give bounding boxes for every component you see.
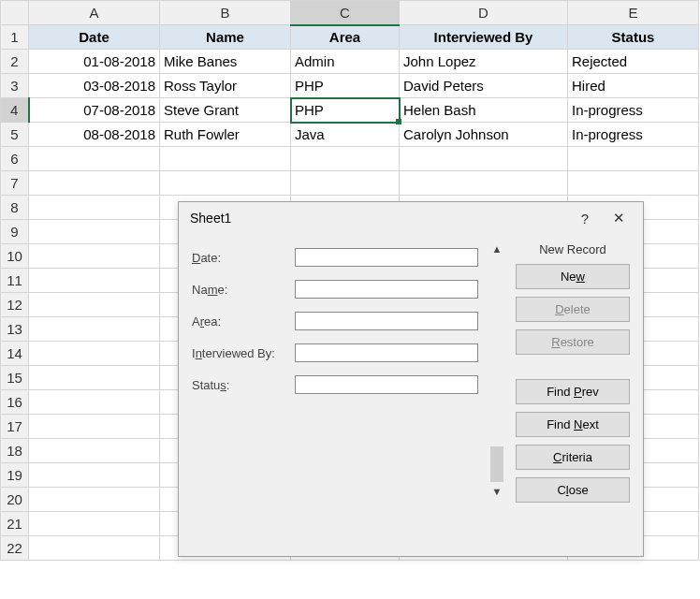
col-header-c[interactable]: C: [291, 1, 400, 25]
row-header-1[interactable]: 1: [1, 25, 29, 50]
cell-e4[interactable]: In-progress: [568, 98, 699, 123]
cell-c4[interactable]: PHP: [291, 98, 400, 123]
help-button[interactable]: ?: [568, 205, 602, 231]
dialog-title: Sheet1: [190, 211, 568, 226]
scroll-down-icon[interactable]: ▼: [492, 486, 503, 497]
find-next-button[interactable]: Find Next: [516, 412, 630, 437]
row-header-20[interactable]: 20: [1, 488, 29, 512]
header-status[interactable]: Status: [568, 25, 699, 50]
close-icon[interactable]: ✕: [602, 205, 635, 231]
row-header-17[interactable]: 17: [1, 415, 29, 439]
cell-b2[interactable]: Mike Banes: [160, 50, 291, 74]
row-header-4[interactable]: 4: [1, 98, 29, 123]
header-date[interactable]: Date: [29, 25, 160, 50]
cell-d3[interactable]: David Peters: [400, 74, 568, 98]
new-button[interactable]: New: [516, 264, 630, 289]
row-header-10[interactable]: 10: [1, 244, 29, 269]
record-scrollbar[interactable]: ▲ ▼: [488, 241, 506, 510]
cell-c3[interactable]: PHP: [291, 74, 400, 98]
row-header-9[interactable]: 9: [1, 220, 29, 244]
close-button[interactable]: Close: [516, 477, 630, 503]
interviewed-input[interactable]: [295, 343, 478, 362]
area-label: Area:: [192, 314, 289, 329]
col-header-a[interactable]: A: [29, 1, 160, 25]
scroll-thumb[interactable]: [490, 446, 503, 482]
cell-a2[interactable]: 01-08-2018: [29, 50, 160, 74]
row-header-2[interactable]: 2: [1, 50, 29, 74]
col-header-e[interactable]: E: [568, 1, 699, 25]
cell-c2[interactable]: Admin: [291, 50, 400, 74]
form-fields: Date: Name: Area: Interviewed By: Status…: [192, 241, 478, 510]
row-header-5[interactable]: 5: [1, 123, 29, 147]
cell-a3[interactable]: 03-08-2018: [29, 74, 160, 98]
row-header-6[interactable]: 6: [1, 147, 29, 171]
date-input[interactable]: [295, 248, 478, 267]
row-header-14[interactable]: 14: [1, 342, 29, 366]
cell-d4[interactable]: Helen Bash: [400, 98, 568, 123]
row-header-18[interactable]: 18: [1, 439, 29, 463]
criteria-button[interactable]: Criteria: [516, 445, 630, 470]
name-input[interactable]: [295, 280, 478, 299]
col-header-d[interactable]: D: [400, 1, 568, 25]
data-form-dialog: Sheet1 ? ✕ Date: Name: Area: Interviewed…: [178, 201, 644, 557]
header-interviewed[interactable]: Interviewed By: [400, 25, 568, 50]
restore-button: Restore: [516, 329, 630, 355]
delete-button: Delete: [516, 297, 630, 322]
cell-e5[interactable]: In-progress: [568, 123, 699, 147]
cell-d2[interactable]: John Lopez: [400, 50, 568, 74]
row-header-11[interactable]: 11: [1, 269, 29, 293]
row-header-12[interactable]: 12: [1, 293, 29, 317]
row-header-8[interactable]: 8: [1, 196, 29, 220]
header-area[interactable]: Area: [291, 25, 400, 50]
scroll-up-icon[interactable]: ▲: [492, 243, 503, 255]
cell-a4[interactable]: 07-08-2018: [29, 98, 160, 123]
row-header-7[interactable]: 7: [1, 171, 29, 196]
status-input[interactable]: [295, 375, 478, 394]
cell-e2[interactable]: Rejected: [568, 50, 699, 74]
area-input[interactable]: [295, 312, 478, 330]
dialog-titlebar[interactable]: Sheet1 ? ✕: [179, 202, 643, 234]
row-header-22[interactable]: 22: [1, 536, 29, 561]
cell-b5[interactable]: Ruth Fowler: [160, 123, 291, 147]
row-header-15[interactable]: 15: [1, 366, 29, 390]
cell-b3[interactable]: Ross Taylor: [160, 74, 291, 98]
cell-a5[interactable]: 08-08-2018: [29, 123, 160, 147]
find-prev-button[interactable]: Find Prev: [516, 379, 630, 404]
row-header-3[interactable]: 3: [1, 74, 29, 98]
row-header-13[interactable]: 13: [1, 317, 29, 342]
dialog-buttons: New Record New Delete Restore Find Prev …: [516, 241, 630, 510]
header-name[interactable]: Name: [160, 25, 291, 50]
date-label: Date:: [192, 251, 289, 265]
cell-b4[interactable]: Steve Grant: [160, 98, 291, 123]
col-header-b[interactable]: B: [160, 1, 291, 25]
status-label: Status:: [192, 378, 289, 392]
row-header-21[interactable]: 21: [1, 512, 29, 536]
row-header-19[interactable]: 19: [1, 463, 29, 488]
record-status: New Record: [516, 241, 630, 264]
cell-e3[interactable]: Hired: [568, 74, 699, 98]
name-label: Name:: [192, 283, 289, 297]
cell-c5[interactable]: Java: [291, 123, 400, 147]
cell-d5[interactable]: Carolyn Johnson: [400, 123, 568, 147]
interviewed-label: Interviewed By:: [192, 346, 289, 360]
row-header-16[interactable]: 16: [1, 390, 29, 415]
select-all-corner[interactable]: [1, 1, 29, 25]
